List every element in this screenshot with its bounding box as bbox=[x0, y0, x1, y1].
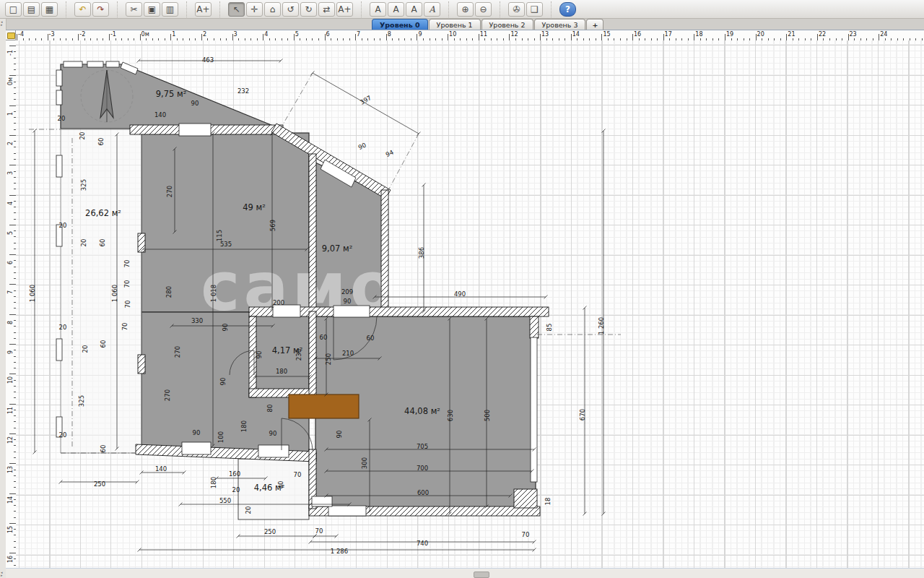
dimension-label: 1 060 bbox=[111, 285, 118, 302]
export-image-button[interactable]: ❑ bbox=[526, 2, 543, 17]
drawing-canvas-area[interactable]: -4-3-2-10м123456789101112131415161718192… bbox=[6, 30, 924, 568]
dimension-label: 90 bbox=[357, 141, 367, 151]
snapshot-button[interactable]: ✇ bbox=[508, 2, 525, 17]
ruler-label: 11 bbox=[7, 406, 14, 413]
main-toolbar: □▤▦↶↷✂▣▥A+↖✛⌂↺↻⇄A+AAAA⊕⊖✇❑? bbox=[0, 0, 924, 19]
add-level-tab-button[interactable]: + bbox=[586, 19, 603, 30]
zoom-out-button[interactable]: ⊖ bbox=[475, 2, 492, 17]
ruler-label: 12 bbox=[510, 31, 518, 38]
ruler-label: 23 bbox=[850, 31, 857, 38]
export-image-icon: ❑ bbox=[531, 5, 539, 14]
dimension-label: 160 bbox=[229, 470, 240, 478]
ruler-label: 2 bbox=[7, 142, 14, 145]
dimension-label: 1 286 bbox=[331, 548, 348, 555]
plan-grid-canvas[interactable]: само bbox=[16, 40, 924, 569]
cut-button[interactable]: ✂ bbox=[126, 2, 142, 17]
dimension-label: 740 bbox=[417, 540, 428, 547]
ruler-label: 1 bbox=[172, 31, 175, 38]
splitter-arrows-bottom-icon[interactable]: ◂▸ bbox=[1, 571, 3, 577]
dimension-label: 115 bbox=[216, 230, 223, 241]
window bbox=[56, 70, 62, 86]
dimension-label: 705 bbox=[417, 443, 428, 450]
room-26-62[interactable] bbox=[61, 129, 141, 453]
add-object-tool-icon: ⌂ bbox=[270, 5, 276, 14]
zoom-in-button[interactable]: ⊕ bbox=[457, 2, 474, 17]
ruler-label: 14 bbox=[7, 496, 14, 503]
dimension-label: 100 bbox=[217, 431, 225, 443]
ruler-label: 14 bbox=[572, 31, 580, 38]
italic-text-tool-button[interactable]: A bbox=[424, 2, 440, 17]
floor-plan-drawing: само bbox=[16, 40, 924, 569]
ruler-label: 13 bbox=[541, 31, 549, 38]
dimension-label: 70 bbox=[123, 280, 131, 288]
dimension-label: 90 bbox=[219, 378, 227, 386]
undo-button[interactable]: ↶ bbox=[74, 2, 91, 17]
dimension-label: 60 bbox=[100, 445, 107, 453]
dimension-label: 300 bbox=[361, 457, 368, 469]
help-button[interactable]: ? bbox=[559, 2, 576, 17]
dimension-label: 200 bbox=[273, 299, 284, 306]
tab-level-1[interactable]: Уровень 1 bbox=[429, 19, 481, 30]
redo-button[interactable]: ↷ bbox=[92, 2, 109, 17]
splitter-arrows-top-icon[interactable]: ◂▸ bbox=[1, 20, 3, 26]
open-file-button[interactable]: ▤ bbox=[23, 2, 40, 17]
tab-level-3[interactable]: Уровень 3 bbox=[534, 19, 586, 30]
paste-button[interactable]: ▥ bbox=[162, 2, 178, 17]
dim-label-tool-button[interactable]: A bbox=[388, 2, 404, 17]
dimension-label: 70 bbox=[294, 471, 302, 478]
ruler-label: 13 bbox=[7, 466, 14, 473]
ruler-label: -4 bbox=[18, 31, 24, 38]
dimension-label: 250 bbox=[94, 480, 105, 488]
tab-level-2[interactable]: Уровень 2 bbox=[481, 19, 533, 30]
tab-level-0[interactable]: Уровень 0 bbox=[372, 19, 428, 30]
dimension-label: 60 bbox=[100, 340, 107, 348]
horizontal-ruler: -4-3-2-10м123456789101112131415161718192… bbox=[16, 30, 924, 41]
pan-tool-button[interactable]: ✛ bbox=[246, 2, 263, 17]
dimension-label: 70 bbox=[522, 531, 530, 538]
window bbox=[87, 61, 103, 67]
ruler-label: 0м bbox=[7, 77, 14, 85]
horizontal-scrollbar[interactable] bbox=[6, 568, 924, 578]
dimension-label: 94 bbox=[385, 148, 395, 158]
dimension-label: 270 bbox=[164, 389, 171, 401]
ruler-label: 15 bbox=[7, 526, 14, 533]
dimension-label: 20 bbox=[245, 506, 252, 514]
ruler-label: -1 bbox=[7, 50, 14, 56]
dimension-label: 60 bbox=[320, 334, 328, 341]
window bbox=[106, 61, 119, 67]
dimension-label: 60 bbox=[97, 138, 105, 146]
scrollbar-thumb[interactable] bbox=[474, 571, 489, 578]
ruler-label: 24 bbox=[880, 31, 887, 38]
text-tool-button[interactable]: A+ bbox=[336, 2, 353, 17]
add-label-button[interactable]: A+ bbox=[195, 2, 212, 17]
text-label-tool-button[interactable]: A bbox=[406, 2, 422, 17]
door bbox=[273, 305, 300, 317]
ruler-label: -1 bbox=[110, 31, 116, 38]
text-tool-icon: A+ bbox=[338, 5, 351, 14]
room-label-tool-button[interactable]: A bbox=[370, 2, 386, 17]
dimension-label: 270 bbox=[166, 186, 173, 197]
dimension-label: 550 bbox=[219, 497, 231, 504]
dimension-label: 280 bbox=[165, 286, 173, 298]
add-object-tool-button[interactable]: ⌂ bbox=[264, 2, 281, 17]
select-tool-button[interactable]: ↖ bbox=[228, 2, 245, 17]
dimension-label: 90 bbox=[269, 430, 277, 437]
ruler-label: 15 bbox=[603, 31, 610, 38]
dimension-label: 20 bbox=[59, 324, 67, 331]
ruler-label: 16 bbox=[634, 31, 641, 38]
dimension-label: 90 bbox=[344, 298, 352, 305]
rotate-ccw-tool-button[interactable]: ↺ bbox=[282, 2, 299, 17]
dimension-label: 270 bbox=[174, 346, 181, 358]
snapshot-icon: ✇ bbox=[513, 5, 520, 14]
ruler-corner bbox=[6, 30, 16, 40]
dimension-label: 60 bbox=[367, 335, 375, 342]
ruler-label: 3 bbox=[234, 31, 237, 38]
copy-button[interactable]: ▣ bbox=[144, 2, 160, 17]
save-file-button[interactable]: ▦ bbox=[41, 2, 58, 17]
mirror-tool-button[interactable]: ⇄ bbox=[318, 2, 335, 17]
new-file-button[interactable]: □ bbox=[5, 2, 22, 17]
selected-object[interactable] bbox=[289, 394, 359, 418]
rotate-cw-tool-button[interactable]: ↻ bbox=[300, 2, 317, 17]
ruler-label: 6 bbox=[326, 31, 330, 38]
ruler-label: 18 bbox=[695, 31, 702, 38]
